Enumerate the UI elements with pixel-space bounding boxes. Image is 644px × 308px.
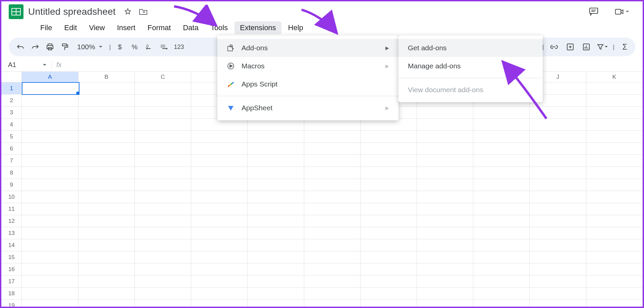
cell[interactable]	[304, 251, 361, 263]
cell[interactable]	[191, 203, 248, 215]
row-header[interactable]: 16	[1, 263, 22, 275]
cell[interactable]	[586, 227, 643, 239]
cell[interactable]	[248, 119, 304, 131]
row-header[interactable]: 11	[1, 203, 22, 215]
menu-edit[interactable]: Edit	[59, 21, 82, 34]
cell[interactable]	[473, 179, 530, 191]
cell[interactable]	[304, 275, 361, 288]
cell[interactable]	[586, 191, 643, 203]
cell[interactable]	[361, 179, 417, 191]
menu-apps-script[interactable]: Apps Script	[217, 75, 398, 93]
cell[interactable]	[22, 119, 78, 131]
cell[interactable]	[417, 215, 473, 227]
cell[interactable]	[78, 203, 135, 215]
cell[interactable]	[135, 107, 191, 119]
cell[interactable]	[304, 263, 361, 275]
row-header[interactable]: 2	[1, 95, 22, 107]
redo-button[interactable]	[30, 40, 41, 54]
cell[interactable]	[78, 263, 135, 275]
cell[interactable]	[78, 300, 135, 308]
cell[interactable]	[417, 119, 473, 131]
cell[interactable]	[473, 300, 530, 308]
cell[interactable]	[191, 119, 248, 131]
row-header[interactable]: 18	[1, 288, 22, 300]
cell[interactable]	[191, 131, 248, 143]
cell[interactable]	[135, 155, 191, 167]
cell[interactable]	[361, 191, 417, 203]
cell[interactable]	[135, 203, 191, 215]
cell[interactable]	[586, 143, 643, 155]
cell[interactable]	[191, 143, 248, 155]
row-header[interactable]: 17	[1, 275, 22, 288]
row-header[interactable]: 8	[1, 167, 22, 179]
cell[interactable]	[135, 215, 191, 227]
cell[interactable]	[78, 167, 135, 179]
menu-tools[interactable]: Tools	[205, 21, 233, 34]
cell[interactable]	[22, 179, 78, 191]
cell[interactable]	[135, 263, 191, 275]
cell[interactable]	[78, 215, 135, 227]
cell[interactable]	[361, 119, 417, 131]
cell[interactable]	[304, 239, 361, 251]
cell[interactable]	[78, 191, 135, 203]
cell[interactable]	[135, 251, 191, 263]
cell[interactable]	[530, 239, 586, 251]
cell[interactable]	[304, 179, 361, 191]
row-header[interactable]: 14	[1, 239, 22, 251]
menu-data[interactable]: Data	[177, 21, 204, 34]
decrease-decimal-button[interactable]: .0	[144, 40, 155, 54]
undo-button[interactable]	[15, 40, 26, 54]
cell[interactable]	[248, 131, 304, 143]
cell[interactable]	[473, 288, 530, 300]
cell[interactable]	[22, 300, 78, 308]
cell[interactable]	[361, 143, 417, 155]
cell[interactable]	[417, 155, 473, 167]
increase-decimal-button[interactable]: .00	[158, 40, 170, 54]
menu-extensions[interactable]: Extensions	[234, 21, 281, 34]
cell[interactable]	[135, 300, 191, 308]
cell[interactable]	[417, 143, 473, 155]
cell[interactable]	[78, 179, 135, 191]
cell[interactable]	[22, 82, 78, 95]
cell[interactable]	[586, 119, 643, 131]
cell[interactable]	[473, 203, 530, 215]
cell[interactable]	[191, 215, 248, 227]
cell[interactable]	[473, 251, 530, 263]
cell[interactable]	[530, 155, 586, 167]
cell[interactable]	[135, 119, 191, 131]
menu-addons[interactable]: Add-ons ▶	[217, 39, 398, 57]
cell[interactable]	[22, 95, 78, 107]
cell[interactable]	[586, 95, 643, 107]
cell[interactable]	[586, 107, 643, 119]
cell[interactable]	[191, 251, 248, 263]
cell[interactable]	[191, 155, 248, 167]
cell[interactable]	[417, 263, 473, 275]
cell[interactable]	[22, 167, 78, 179]
cell[interactable]	[248, 263, 304, 275]
cell[interactable]	[417, 179, 473, 191]
menu-format[interactable]: Format	[142, 21, 176, 34]
cell[interactable]	[417, 275, 473, 288]
cell[interactable]	[248, 179, 304, 191]
column-header[interactable]: A	[22, 72, 78, 82]
cell[interactable]	[22, 263, 78, 275]
cell[interactable]	[473, 263, 530, 275]
cell[interactable]	[248, 167, 304, 179]
cell[interactable]	[22, 251, 78, 263]
cell[interactable]	[78, 143, 135, 155]
row-header[interactable]: 9	[1, 179, 22, 191]
select-all-corner[interactable]	[1, 72, 22, 82]
cell[interactable]	[22, 131, 78, 143]
cell[interactable]	[248, 215, 304, 227]
cell[interactable]	[361, 288, 417, 300]
cell[interactable]	[248, 155, 304, 167]
cell[interactable]	[417, 107, 473, 119]
cell[interactable]	[78, 288, 135, 300]
cell[interactable]	[78, 227, 135, 239]
cell[interactable]	[78, 275, 135, 288]
cell[interactable]	[135, 227, 191, 239]
filter-button[interactable]	[597, 40, 608, 54]
cell[interactable]	[530, 179, 586, 191]
cell[interactable]	[530, 119, 586, 131]
cell[interactable]	[361, 263, 417, 275]
